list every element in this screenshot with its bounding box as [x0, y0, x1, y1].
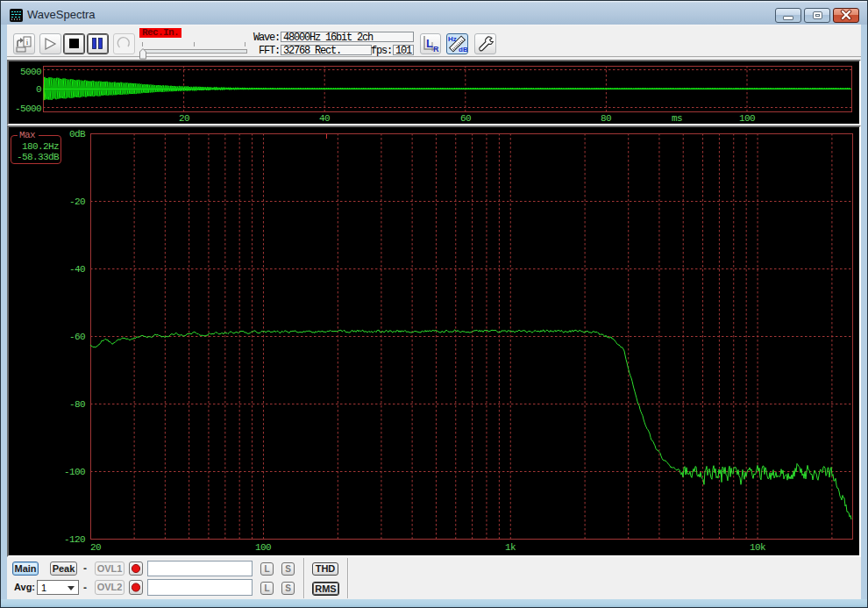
svg-text:100: 100 [255, 542, 271, 553]
svg-text:1k: 1k [505, 542, 516, 553]
svg-text:20: 20 [90, 542, 101, 553]
svg-text:-60: -60 [69, 332, 85, 342]
svg-text:5000: 5000 [20, 67, 41, 77]
svg-text:Hz: Hz [448, 35, 457, 43]
svg-text:-100: -100 [64, 467, 85, 477]
svg-text:-120: -120 [64, 534, 85, 545]
svg-text:80: 80 [601, 113, 611, 124]
svg-text:40: 40 [319, 113, 330, 124]
svg-text:0dB: 0dB [69, 129, 86, 139]
svg-text:-20: -20 [69, 197, 85, 207]
svg-text:-80: -80 [69, 399, 85, 410]
svg-text:60: 60 [460, 113, 471, 124]
svg-text:-58.33dB: -58.33dB [17, 152, 60, 162]
svg-text:-40: -40 [69, 264, 85, 275]
svg-text:180.2Hz: 180.2Hz [22, 141, 59, 152]
svg-text:10k: 10k [750, 542, 766, 553]
svg-text:-5000: -5000 [15, 104, 41, 114]
svg-text:0: 0 [36, 84, 41, 95]
svg-text:Max: Max [19, 130, 36, 140]
svg-text:R: R [433, 45, 439, 54]
svg-text:20: 20 [179, 113, 189, 124]
svg-text:100: 100 [739, 113, 755, 124]
svg-text:dB: dB [459, 46, 467, 54]
svg-text:L: L [426, 37, 433, 50]
svg-text:ms: ms [672, 113, 682, 124]
